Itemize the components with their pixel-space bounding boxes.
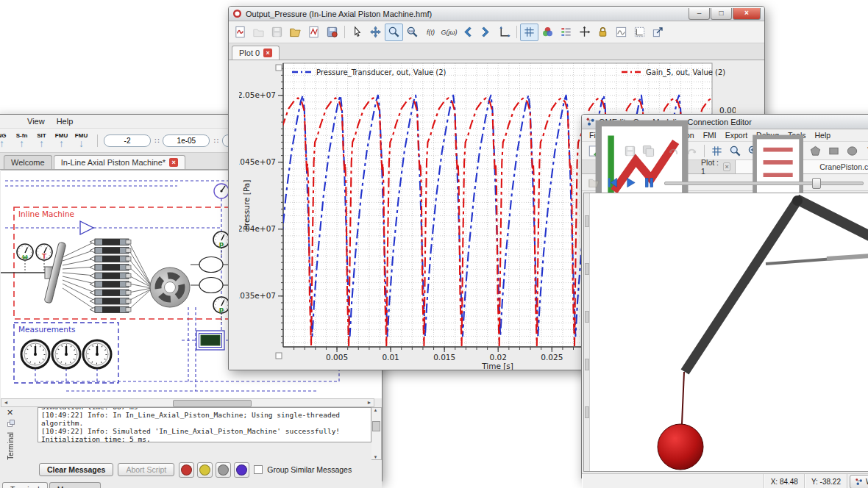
axis-settings-icon[interactable] [575,24,594,41]
svg-text:0.015: 0.015 [433,353,455,362]
tab-welcome[interactable]: Welcome [4,155,52,169]
animation-transport-bar: Time [582,174,868,191]
scroll-left-icon[interactable]: ◄ [1,399,10,406]
detach-plot-icon[interactable] [649,24,667,41]
save-icon[interactable] [621,142,639,159]
piston-array-component[interactable] [90,239,131,313]
toggle-subplots-icon[interactable] [630,24,649,41]
play-icon[interactable] [622,173,640,191]
float-panel-icon[interactable] [7,419,15,428]
rewind-icon[interactable] [603,173,622,191]
info-filter-dot[interactable] [216,462,231,478]
maximize-button[interactable]: □ [711,8,732,20]
plot-tab[interactable]: Plot 0 × [232,46,280,60]
slider-thumb[interactable] [812,178,821,189]
terminal-vscrollbar[interactable]: ▲ ▼ [371,407,382,460]
ellipse-tool-icon[interactable] [843,142,861,159]
welcome-perspective-button[interactable]: Welc [850,475,868,488]
canvas-hscrollbar[interactable]: ◄ ► [1,398,374,407]
lock-axes-icon[interactable] [594,24,612,41]
pause-icon[interactable] [640,173,658,191]
log-line: [10:49:22] Info: Simulated 'In_Line_Axia… [41,427,368,442]
omedit-window: OMEdit - OpenModelica Connection Editor … [581,114,868,479]
tab-label: Welcome [11,158,45,167]
animation-3d-view[interactable] [583,193,868,472]
menu-item[interactable]: View [21,115,51,127]
grid-icon[interactable] [708,142,726,159]
next-curve-icon[interactable] [477,24,495,41]
scroll-down-icon[interactable]: ▼ [371,455,380,459]
tab-cranepiston-csv[interactable]: CranePiston.csv × [736,160,868,173]
scroll-right-icon[interactable]: ► [365,399,374,406]
warning-filter-dot[interactable] [197,462,213,478]
sim-timestep-input[interactable] [163,134,210,147]
menu-item[interactable]: FMI [699,129,721,141]
dock-splitter[interactable] [584,193,590,471]
tab-label: CranePiston.csv [819,162,868,171]
message-filter-group [179,462,249,478]
axis-scale-icon[interactable] [495,24,513,41]
undo-icon[interactable] [664,142,683,159]
svg-text:0.025: 0.025 [541,353,563,362]
signal-source-component[interactable] [214,184,229,198]
new-plot-icon[interactable] [231,24,249,41]
scope-display-component[interactable] [196,331,224,350]
save-all-icon[interactable] [639,142,658,159]
terminal-dock-tab[interactable]: Terminal [2,482,48,488]
zoom-tool-icon[interactable] [385,24,403,41]
export-ng-button[interactable]: NG ↑ [0,132,12,148]
export-plot-data-icon[interactable] [305,24,323,41]
pan-tool-icon[interactable] [366,24,385,41]
select-tool-icon[interactable] [348,24,366,41]
time-domain-icon[interactable]: f(t) [421,24,440,41]
export-image-icon[interactable] [323,24,341,41]
scrollbar-thumb[interactable] [372,421,380,431]
valve-plate-component[interactable] [150,268,190,307]
measurement-clock-components[interactable] [21,340,111,368]
background-color-icon[interactable] [538,24,557,41]
tab-inline-axial-piston-machine[interactable]: In-Line Axial Piston Machine* × [54,155,185,169]
export-simulink-button[interactable]: S-fn ↑ [12,132,32,148]
window-controls: – □ × [688,8,761,20]
open-result-file-icon[interactable] [585,173,603,191]
import-data-icon[interactable] [286,24,305,41]
minimize-button[interactable]: – [689,8,710,20]
plot-window-titlebar[interactable]: Output_Pressure (In-Line Axial Piston Ma… [229,7,764,21]
scroll-up-icon[interactable]: ▲ [371,408,380,412]
statusbar-spacer [582,474,764,488]
close-dock-icon[interactable]: ✕ [7,409,13,417]
close-button[interactable]: × [733,8,761,20]
tab-close-icon[interactable]: × [263,49,272,57]
reset-zoom-icon[interactable] [403,24,421,41]
tab-close-icon[interactable]: × [723,162,730,171]
grid-toggle-icon[interactable] [520,24,538,41]
debug-filter-dot[interactable] [234,462,249,478]
sim-start-time-input[interactable] [104,134,151,147]
error-filter-dot[interactable] [179,462,194,478]
pressure-gauge-top-component[interactable]: p [213,232,230,257]
scrollbar-thumb[interactable] [173,400,252,407]
messages-dock-tab[interactable]: Messages [49,482,101,488]
time-slider[interactable] [664,177,864,187]
import-fmu-button[interactable]: FMU ↓ [71,132,91,148]
save-plot-icon[interactable] [268,24,286,41]
export-fmu-button[interactable]: FMU ↑ [51,132,71,148]
redo-icon[interactable] [683,142,701,159]
legend-settings-icon[interactable] [557,24,575,41]
abort-script-button[interactable]: Abort Script [118,463,174,476]
menu-item[interactable]: Help [51,115,79,127]
speed-gauge-component[interactable]: ω [17,244,33,273]
toggle-axis-labels-icon[interactable] [612,24,630,41]
export-labview-sit-button[interactable]: SIT ↑ [32,132,51,148]
group-similar-checkbox[interactable] [254,465,263,474]
clear-messages-button[interactable]: Clear Messages [39,463,113,476]
frequency-domain-icon[interactable]: G(jω) [440,24,458,41]
terminal-output[interactable]: Simulation time: 887 ms [10:49:22] Info:… [38,407,371,442]
open-plot-icon[interactable] [249,24,268,41]
text-tool-icon[interactable] [861,142,868,159]
previous-curve-icon[interactable] [458,24,477,41]
tab-plot-1[interactable]: Plot : 1 × [582,160,736,173]
tab-close-icon[interactable]: × [169,158,178,167]
gain-component[interactable] [80,221,93,234]
rectangle-tool-icon[interactable] [825,142,843,159]
